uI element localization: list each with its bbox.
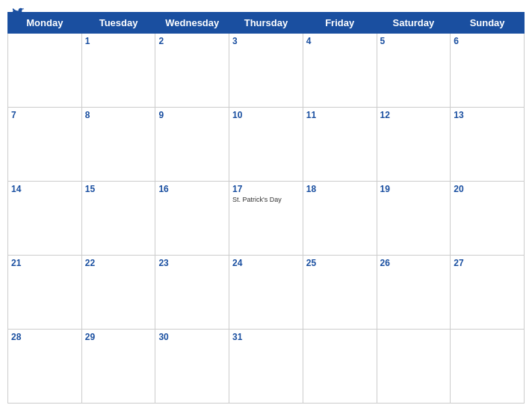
calendar-cell: 4 [303,34,377,108]
calendar-cell [8,34,82,108]
calendar-cell: 7 [8,108,82,182]
day-number: 10 [232,110,300,120]
day-number: 23 [158,258,226,268]
calendar-cell: 3 [229,34,303,108]
day-number: 5 [380,36,448,46]
calendar-cell: 13 [451,108,525,182]
day-header-friday: Friday [303,13,377,34]
day-number: 17 [232,184,300,194]
day-number: 21 [11,258,78,268]
day-number: 30 [158,332,226,342]
calendar-week-row: 21222324252627 [8,256,525,330]
calendar-cell: 9 [155,108,229,182]
calendar-week-row: 14151617St. Patrick's Day181920 [8,182,525,256]
day-number: 11 [306,110,374,120]
day-number: 2 [158,36,226,46]
day-number: 26 [380,258,448,268]
calendar-cell: 1 [81,34,155,108]
calendar-week-row: 123456 [8,34,525,108]
day-number: 14 [11,184,78,194]
calendar-body: 1234567891011121314151617St. Patrick's D… [8,34,525,404]
calendar-cell: 30 [155,330,229,404]
calendar-cell: 2 [155,34,229,108]
calendar-cell [451,330,525,404]
day-number: 28 [11,332,78,342]
day-number: 13 [454,110,521,120]
calendar-cell: 28 [8,330,82,404]
calendar-cell: 16 [155,182,229,256]
calendar-cell [377,330,451,404]
calendar-cell: 25 [303,256,377,330]
day-number: 20 [454,184,521,194]
day-number: 27 [454,258,521,268]
calendar-cell: 18 [303,182,377,256]
calendar-cell: 15 [81,182,155,256]
logo-bird-icon [12,6,25,19]
day-number: 7 [11,110,78,120]
calendar-cell: 27 [451,256,525,330]
calendar-cell: 14 [8,182,82,256]
day-number: 9 [158,110,226,120]
calendar-header-row: MondayTuesdayWednesdayThursdayFridaySatu… [8,13,525,34]
calendar-cell: 6 [451,34,525,108]
calendar-cell: 10 [229,108,303,182]
calendar-cell: 24 [229,256,303,330]
calendar-cell: 11 [303,108,377,182]
calendar-cell: 8 [81,108,155,182]
day-header-sunday: Sunday [451,13,525,34]
calendar-cell: 21 [8,256,82,330]
calendar-table: MondayTuesdayWednesdayThursdayFridaySatu… [7,12,525,404]
calendar-week-row: 78910111213 [8,108,525,182]
day-number: 31 [232,332,300,342]
day-number: 3 [232,36,300,46]
day-number: 22 [85,258,152,268]
day-number: 19 [380,184,448,194]
day-number: 15 [85,184,152,194]
day-number: 4 [306,36,374,46]
calendar-cell: 31 [229,330,303,404]
calendar-cell: 5 [377,34,451,108]
day-number: 24 [232,258,300,268]
day-number: 18 [306,184,374,194]
calendar-cell: 29 [81,330,155,404]
calendar-week-row: 28293031 [8,330,525,404]
calendar-cell: 19 [377,182,451,256]
day-header-tuesday: Tuesday [81,13,155,34]
day-number: 6 [454,36,521,46]
calendar-cell: 26 [377,256,451,330]
logo [12,6,27,19]
day-number: 16 [158,184,226,194]
day-number: 1 [85,36,152,46]
calendar-cell: 20 [451,182,525,256]
day-number: 8 [85,110,152,120]
day-header-wednesday: Wednesday [155,13,229,34]
day-number: 12 [380,110,448,120]
calendar-cell: 23 [155,256,229,330]
calendar-cell: 12 [377,108,451,182]
day-header-thursday: Thursday [229,13,303,34]
calendar-header [0,0,532,12]
day-header-saturday: Saturday [377,13,451,34]
holiday-label: St. Patrick's Day [232,196,300,204]
logo-blue-text [12,6,27,19]
calendar-wrapper: MondayTuesdayWednesdayThursdayFridaySatu… [0,12,532,411]
calendar-cell [303,330,377,404]
calendar-cell: 17St. Patrick's Day [229,182,303,256]
day-number: 29 [85,332,152,342]
day-number: 25 [306,258,374,268]
calendar-cell: 22 [81,256,155,330]
